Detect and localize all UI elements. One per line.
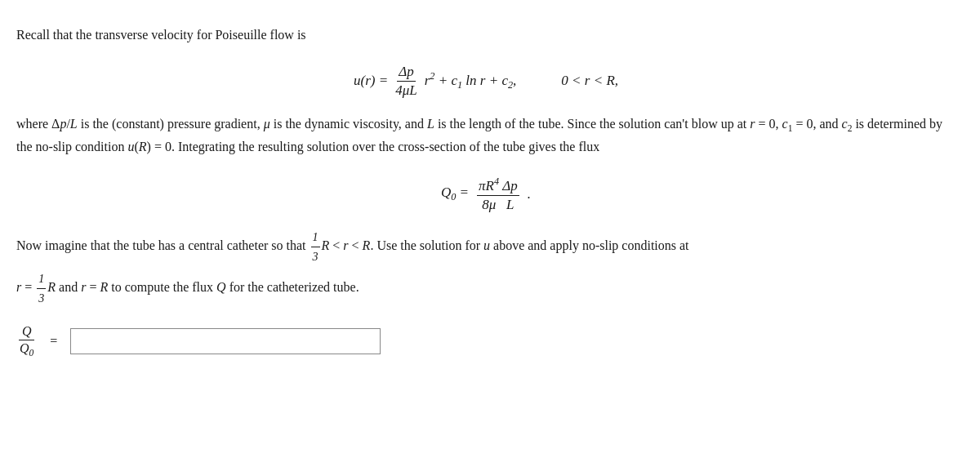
eq1-numerator: Δp bbox=[397, 64, 415, 82]
eq2-denominator: 8μ L bbox=[480, 196, 515, 213]
answer-input[interactable] bbox=[70, 328, 381, 354]
equation1-block: u(r) = Δp 4μL r2 + c1 ln r + c2, 0 < r <… bbox=[16, 64, 956, 99]
catheter-text2: r = 1 3 R and r = R to compute the flux … bbox=[16, 269, 956, 308]
answer-section: Q Q0 = bbox=[16, 324, 956, 358]
r-frac-den: 3 bbox=[37, 289, 46, 308]
equation2: Q0 = πR4 Δp 8μ L . bbox=[441, 176, 531, 213]
catheter-text: Now imagine that the tube has a central … bbox=[16, 228, 956, 266]
equation2-block: Q0 = πR4 Δp 8μ L . bbox=[16, 176, 956, 213]
catheter-frac-num: 1 bbox=[311, 228, 320, 247]
eq2-fraction: πR4 Δp 8μ L bbox=[477, 176, 519, 213]
eq2-period: . bbox=[528, 186, 531, 202]
eq1-fraction: Δp 4μL bbox=[394, 64, 419, 99]
catheter-frac-den: 3 bbox=[311, 247, 320, 266]
eq1-denominator: 4μL bbox=[394, 82, 419, 99]
eq2-numerator: πR4 Δp bbox=[477, 176, 519, 196]
catheter-block: Now imagine that the tube has a central … bbox=[16, 228, 956, 308]
eq1-lhs: u(r) = bbox=[354, 73, 388, 89]
eq1-rest: r2 + c1 ln r + c2, bbox=[425, 70, 517, 91]
eq1-condition: 0 < r < R, bbox=[561, 73, 618, 89]
equals-sign: = bbox=[50, 334, 57, 349]
answer-fraction-label: Q Q0 bbox=[16, 324, 37, 358]
r-frac-num: 1 bbox=[37, 269, 46, 289]
answer-numerator-label: Q bbox=[19, 324, 35, 340]
explanation-block: where Δp/L is the (constant) pressure gr… bbox=[16, 113, 956, 158]
page-container: Recall that the transverse velocity for … bbox=[16, 24, 956, 358]
eq2-lhs: Q0 = bbox=[441, 185, 469, 203]
equation1: u(r) = Δp 4μL r2 + c1 ln r + c2, 0 < r <… bbox=[354, 64, 618, 99]
catheter-fraction: 1 3 bbox=[311, 228, 320, 266]
explanation-text: where Δp/L is the (constant) pressure gr… bbox=[16, 113, 956, 158]
r-fraction: 1 3 bbox=[37, 269, 46, 308]
intro-text: Recall that the transverse velocity for … bbox=[16, 24, 956, 46]
answer-denominator-label: Q0 bbox=[16, 340, 37, 358]
